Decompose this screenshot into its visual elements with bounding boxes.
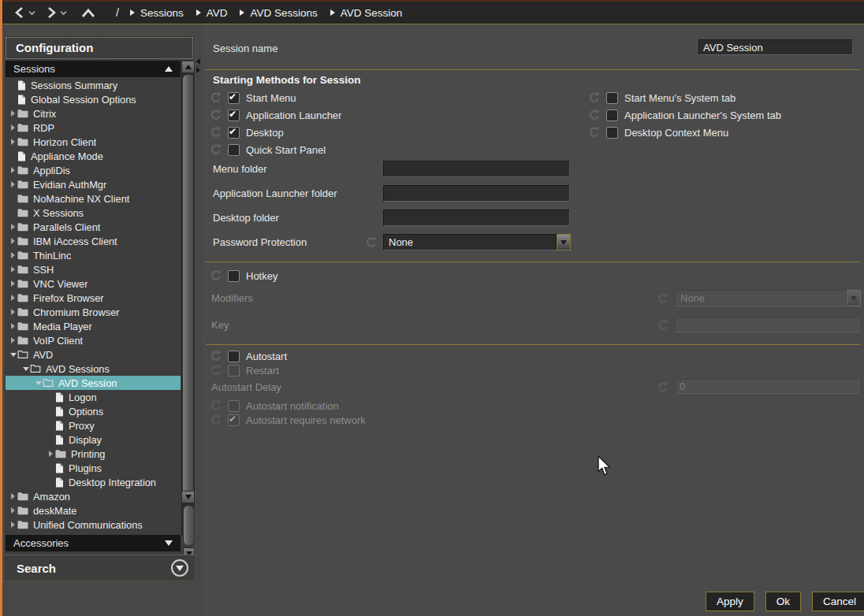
- menu-folder-input[interactable]: [383, 161, 570, 177]
- revert-icon[interactable]: [210, 350, 222, 362]
- forward-dropdown-icon[interactable]: [60, 10, 67, 16]
- expander-collapsed-icon[interactable]: [9, 337, 17, 343]
- ok-button[interactable]: Ok: [765, 592, 801, 611]
- expander-collapsed-icon[interactable]: [9, 124, 17, 131]
- tree-item-evidian-authmgr[interactable]: Evidian AuthMgr: [6, 177, 181, 191]
- checkbox-start-menu[interactable]: [228, 92, 240, 104]
- tree-item-thinlinc[interactable]: ThinLinc: [6, 248, 181, 262]
- accordion-accessories[interactable]: Accessories: [6, 535, 181, 551]
- desktop-folder-input[interactable]: [383, 210, 570, 226]
- scrollbar-up-button[interactable]: [181, 61, 195, 73]
- expander-collapsed-icon[interactable]: [9, 493, 17, 499]
- tree-item-voip-client[interactable]: VoIP Client: [6, 333, 181, 347]
- tree-item-chromium-browser[interactable]: Chromium Browser: [6, 305, 181, 319]
- tree-item-firefox-browser[interactable]: Firefox Browser: [6, 291, 181, 305]
- session-name-input[interactable]: [698, 39, 853, 55]
- breadcrumb-sessions[interactable]: Sessions: [130, 7, 184, 19]
- checkbox-hotkey[interactable]: [228, 270, 240, 282]
- expander-expanded-icon[interactable]: [34, 381, 43, 385]
- tree-item-logon[interactable]: Logon: [6, 390, 181, 404]
- tree-item-applidis[interactable]: AppliDis: [6, 163, 181, 177]
- checkbox-application-launcher-s-system-tab[interactable]: [606, 109, 618, 121]
- tree-item-rdp[interactable]: RDP: [6, 121, 181, 135]
- revert-icon[interactable]: [588, 91, 601, 104]
- tree-item-avd[interactable]: AVD: [6, 347, 181, 362]
- revert-icon[interactable]: [210, 364, 222, 377]
- checkbox-autostart[interactable]: [228, 351, 240, 362]
- tree-item-parallels-client[interactable]: Parallels Client: [6, 220, 181, 234]
- expander-collapsed-icon[interactable]: [9, 521, 17, 528]
- tree-item-avd-sessions[interactable]: AVD Sessions: [6, 362, 181, 376]
- revert-icon[interactable]: [210, 399, 222, 412]
- search-expand-button[interactable]: [171, 559, 188, 577]
- panel-scrollbar-thumb[interactable]: [183, 505, 195, 546]
- tree-item-sessions-summary[interactable]: Sessions Summary: [6, 78, 181, 92]
- checkbox-quick-start-panel[interactable]: [228, 144, 240, 156]
- revert-icon[interactable]: [210, 109, 222, 121]
- tree-item-display[interactable]: Display: [6, 432, 181, 447]
- tree-item-plugins[interactable]: Plugins: [6, 461, 181, 475]
- scrollbar-down-button[interactable]: [181, 491, 195, 503]
- dropdown-arrow-button[interactable]: [557, 234, 571, 250]
- expander-expanded-icon[interactable]: [9, 353, 17, 357]
- expander-collapsed-icon[interactable]: [9, 139, 17, 145]
- expander-collapsed-icon[interactable]: [9, 110, 17, 117]
- tree-item-x-sessions[interactable]: X Sessions: [6, 206, 181, 220]
- checkbox-application-launcher[interactable]: [228, 109, 240, 121]
- revert-icon[interactable]: [210, 91, 222, 104]
- tree-item-deskmate[interactable]: deskMate: [6, 503, 181, 518]
- back-icon[interactable]: [13, 6, 26, 19]
- expander-collapsed-icon[interactable]: [9, 309, 17, 315]
- expander-collapsed-icon[interactable]: [9, 295, 17, 301]
- tree-item-ssh[interactable]: SSH: [6, 262, 181, 276]
- expander-collapsed-icon[interactable]: [47, 451, 55, 457]
- revert-icon[interactable]: [210, 126, 222, 139]
- breadcrumb-avd[interactable]: AVD: [196, 7, 228, 19]
- expander-collapsed-icon[interactable]: [9, 507, 17, 514]
- expander-collapsed-icon[interactable]: [9, 280, 17, 287]
- tree-item-global-session-options[interactable]: Global Session Options: [6, 92, 181, 106]
- expander-collapsed-icon[interactable]: [9, 181, 17, 187]
- tree-item-citrix[interactable]: Citrix: [6, 106, 181, 121]
- application-launcher-folder-input[interactable]: [383, 185, 570, 202]
- cancel-button[interactable]: Cancel: [812, 592, 864, 611]
- up-icon[interactable]: [81, 8, 95, 18]
- tree-item-avd-session[interactable]: AVD Session: [6, 376, 181, 390]
- tree-item-amazon[interactable]: Amazon: [6, 489, 181, 503]
- expander-collapsed-icon[interactable]: [9, 238, 17, 244]
- revert-icon[interactable]: [210, 269, 222, 282]
- pane-splitter[interactable]: [196, 58, 201, 72]
- checkbox-desktop-context-menu[interactable]: [606, 127, 618, 139]
- sidebar-scrollbar-thumb[interactable]: [182, 74, 194, 499]
- expander-collapsed-icon[interactable]: [9, 167, 17, 173]
- expander-collapsed-icon[interactable]: [9, 266, 17, 273]
- tree-item-ibm-iaccess-client[interactable]: IBM iAccess Client: [6, 234, 181, 248]
- back-dropdown-icon[interactable]: [28, 10, 35, 16]
- password-protection-select[interactable]: None: [383, 234, 571, 250]
- tree-item-proxy[interactable]: Proxy: [6, 418, 181, 432]
- forward-icon[interactable]: [45, 6, 58, 19]
- breadcrumb-avd-sessions[interactable]: AVD Sessions: [240, 7, 317, 19]
- expander-collapsed-icon[interactable]: [9, 224, 17, 230]
- expander-collapsed-icon[interactable]: [9, 252, 17, 258]
- path-root[interactable]: /: [116, 6, 119, 19]
- revert-icon[interactable]: [210, 414, 222, 426]
- expander-expanded-icon[interactable]: [21, 367, 30, 371]
- tree-item-horizon-client[interactable]: Horizon Client: [6, 135, 181, 149]
- checkbox-desktop[interactable]: [228, 127, 240, 139]
- revert-icon[interactable]: [365, 236, 378, 249]
- revert-icon[interactable]: [210, 143, 222, 156]
- breadcrumb-avd-session[interactable]: AVD Session: [330, 7, 403, 19]
- tree-item-vnc-viewer[interactable]: VNC Viewer: [6, 276, 181, 291]
- accordion-sessions[interactable]: Sessions: [6, 61, 181, 77]
- tree-item-printing[interactable]: Printing: [6, 447, 181, 461]
- tree-item-unified-communications[interactable]: Unified Communications: [6, 518, 181, 532]
- tree-item-options[interactable]: Options: [6, 404, 181, 418]
- expander-collapsed-icon[interactable]: [9, 323, 17, 329]
- tree-item-nomachine-nx-client[interactable]: NoMachine NX Client: [6, 191, 181, 206]
- apply-button[interactable]: Apply: [706, 592, 754, 611]
- revert-icon[interactable]: [588, 126, 601, 139]
- tree-item-media-player[interactable]: Media Player: [6, 319, 181, 333]
- checkbox-start-menu-s-system-tab[interactable]: [606, 92, 618, 104]
- tree-item-appliance-mode[interactable]: Appliance Mode: [6, 149, 181, 163]
